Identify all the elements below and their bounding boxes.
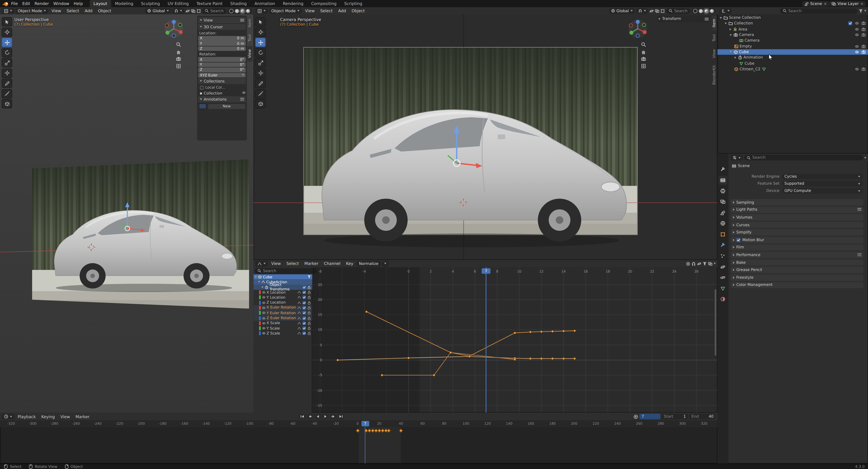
graph-menu-marker[interactable]: Marker xyxy=(302,261,320,266)
lock-icon[interactable] xyxy=(307,332,311,335)
graph-tree-object-transforms[interactable]: Object Transforms xyxy=(254,284,312,290)
viewport-camera-shading-material-button[interactable] xyxy=(704,9,709,13)
timeline-menu-keying[interactable]: Keying xyxy=(39,414,57,419)
properties-section-curves[interactable]: Curves xyxy=(731,222,864,228)
record-icon[interactable] xyxy=(686,261,690,266)
fcurve-icon[interactable] xyxy=(297,296,301,300)
cursor-location-y-field[interactable]: Y0 m xyxy=(198,41,246,46)
viewport-user-sidebar-tab-view[interactable]: View xyxy=(247,46,252,61)
properties-section-simplify[interactable]: Simplify xyxy=(731,229,864,236)
viewport-camera-menu-add[interactable]: Add xyxy=(336,8,348,13)
viewport-user-menu-add[interactable]: Add xyxy=(83,8,95,13)
graph-channel-y-euler-rotation[interactable]: Y Euler Rotation xyxy=(254,310,312,315)
viewport-camera-sidebar-tab-view[interactable]: View xyxy=(711,46,717,61)
navigation-gizmo[interactable] xyxy=(164,19,184,39)
timeline-keyframe[interactable] xyxy=(374,429,378,432)
eye-icon[interactable] xyxy=(855,67,859,71)
workspace-tab-scripting[interactable]: Scripting xyxy=(340,0,366,7)
graph-channel-search-input[interactable]: Search xyxy=(255,268,317,273)
transform-panel-header[interactable]: Transform xyxy=(657,15,710,22)
funnel-icon[interactable] xyxy=(307,275,311,279)
viewport-user-tool-rotate-button[interactable] xyxy=(2,48,12,58)
graph-tree-cube[interactable]: Cube xyxy=(254,274,312,279)
fcurve-icon[interactable] xyxy=(297,306,301,310)
viewport-user-tool-cursor-button[interactable] xyxy=(2,27,12,37)
topbar-menu-window[interactable]: Window xyxy=(51,1,71,6)
menu-lines-icon[interactable] xyxy=(858,254,862,256)
properties-tab-tool[interactable] xyxy=(718,165,727,174)
checkbox-icon[interactable] xyxy=(302,321,306,325)
outliner-item-animation[interactable]: Animation xyxy=(717,55,868,60)
annotation-color-swatch[interactable] xyxy=(199,103,207,109)
viewport-user-shading-wireframe-button[interactable] xyxy=(229,9,234,13)
npanel-section-collections[interactable]: Collections xyxy=(198,78,246,84)
cursor-location-z-field[interactable]: Z0 m xyxy=(198,46,246,51)
viewport-user-toggle-perspective-icon[interactable] xyxy=(176,64,181,68)
move-gizmo[interactable] xyxy=(429,113,485,169)
frame-start-field[interactable]: Start1 xyxy=(661,414,688,419)
properties-tab-object-data[interactable] xyxy=(718,284,727,293)
properties-tab-render[interactable] xyxy=(718,176,727,185)
viewport-camera-tool-annotate-button[interactable] xyxy=(255,78,266,88)
eye-icon[interactable] xyxy=(261,291,266,294)
graph-channel-y-scale[interactable]: Y Scale xyxy=(254,326,312,331)
viewport-user-tool-move-button[interactable] xyxy=(2,37,12,47)
properties-tab-particles[interactable] xyxy=(718,252,727,260)
lock-icon[interactable] xyxy=(307,301,311,304)
viewport-user-shading-solid-button[interactable] xyxy=(235,9,239,13)
viewport-camera-menu-object[interactable]: Object xyxy=(349,8,367,13)
properties-tab-output[interactable] xyxy=(718,187,727,195)
fcurve-icon[interactable] xyxy=(297,332,301,335)
eye-icon[interactable] xyxy=(261,306,266,310)
outliner-item-area[interactable]: Area xyxy=(717,26,868,32)
properties-tab-physics[interactable] xyxy=(718,262,727,271)
topbar-menu-file[interactable]: File xyxy=(9,1,20,6)
properties-section-light-paths[interactable]: Light Paths xyxy=(731,207,864,213)
graph-channel-y-location[interactable]: Y Location xyxy=(254,295,312,300)
viewport-3d-camera-content[interactable]: Camera Perspective (7) Collection | Cube… xyxy=(254,14,718,260)
prev-keyframe-button[interactable] xyxy=(307,414,313,419)
viewport-user-sidebar-tab-item[interactable]: Item xyxy=(247,15,252,31)
viewport-camera-sidebar-tab-item[interactable]: Item xyxy=(711,15,717,31)
cursor-rotation-x-field[interactable]: X0° xyxy=(198,57,246,62)
properties-section-volumes[interactable]: Volumes xyxy=(731,214,864,221)
graph-channel-x-scale[interactable]: X Scale xyxy=(254,321,312,326)
images-icon[interactable] xyxy=(655,9,659,13)
viewport-user-search-input[interactable]: Search xyxy=(202,8,226,13)
blender-logo-icon[interactable] xyxy=(2,0,9,7)
workspace-tab-uv-editing[interactable]: UV Editing xyxy=(164,0,192,7)
viewport-user-menu-view[interactable]: View xyxy=(49,8,63,13)
workspace-tab-modeling[interactable]: Modeling xyxy=(111,0,137,7)
fcurve-icon[interactable] xyxy=(297,311,301,315)
viewport-user-camera-view-icon[interactable] xyxy=(176,57,181,62)
outliner-item-scene-collection[interactable]: Scene Collection xyxy=(717,15,868,21)
viewport-camera-menu-view[interactable]: View xyxy=(303,8,317,13)
npanel-section-annotations[interactable]: Annotations xyxy=(198,96,246,102)
timeline-keyframe[interactable] xyxy=(387,429,391,432)
outliner-item-camera[interactable]: Camera xyxy=(717,32,868,38)
lock-icon[interactable] xyxy=(307,311,311,315)
viewport-camera-orientation-select[interactable]: Global xyxy=(609,8,635,13)
graph-menu-select[interactable]: Select xyxy=(284,261,301,266)
workspace-tab-sculpting[interactable]: Sculpting xyxy=(137,0,164,7)
graph-channel-z-euler-rotation[interactable]: Z Euler Rotation xyxy=(254,315,312,321)
properties-tab-material[interactable] xyxy=(718,295,727,304)
checkbox-icon[interactable] xyxy=(302,326,306,330)
eye-icon[interactable] xyxy=(261,332,266,335)
topbar-menu-help[interactable]: Help xyxy=(71,1,85,6)
local-collections-row[interactable]: Local Col... xyxy=(200,85,246,90)
checkbox-icon[interactable] xyxy=(302,285,306,289)
checkbox-icon[interactable] xyxy=(302,301,306,304)
outliner-editor-type-button[interactable] xyxy=(719,8,732,13)
viewport-camera-mode-select[interactable]: Object Mode xyxy=(269,8,302,13)
timeline-tracks[interactable] xyxy=(0,427,717,464)
properties-section-bake[interactable]: Bake xyxy=(731,259,864,266)
viewport-camera-tool-cursor-button[interactable] xyxy=(255,27,266,37)
npanel-section-3d-cursor[interactable]: 3D Cursor xyxy=(198,24,246,30)
checkbox-icon[interactable] xyxy=(302,332,306,335)
workspace-tab-texture-paint[interactable]: Texture Paint xyxy=(192,0,226,7)
physics-icon[interactable] xyxy=(186,9,190,13)
viewport-camera-tool-transform-button[interactable] xyxy=(255,68,266,78)
outliner-search-input[interactable]: Search xyxy=(780,8,858,13)
fcurve-icon[interactable] xyxy=(297,326,301,330)
